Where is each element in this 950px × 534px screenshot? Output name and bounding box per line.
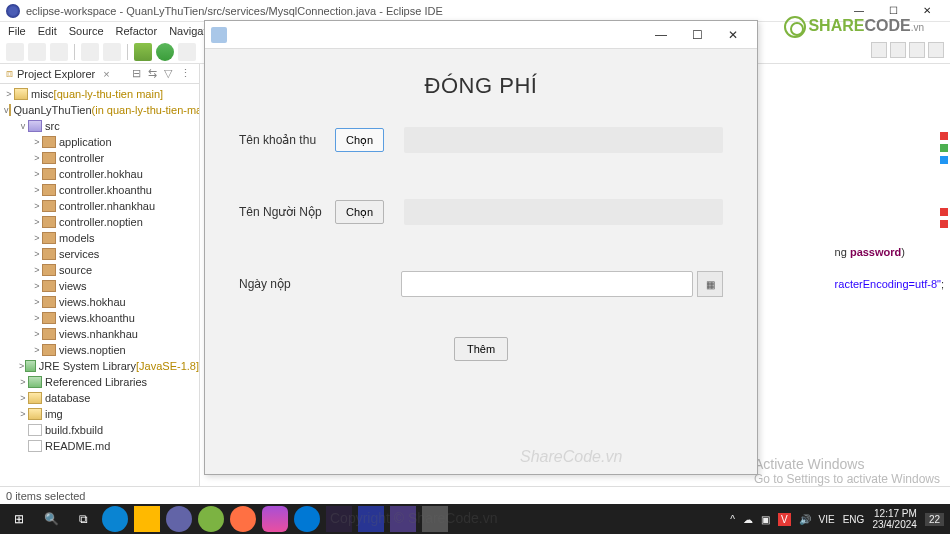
twisty-icon[interactable]: > xyxy=(32,281,42,291)
tray-lang-2[interactable]: ENG xyxy=(843,514,865,525)
tree-node[interactable]: >controller.nhankhau xyxy=(0,198,199,214)
dialog-maximize-button[interactable]: ☐ xyxy=(679,21,715,49)
project-explorer-title: Project Explorer xyxy=(17,68,95,80)
twisty-icon[interactable]: > xyxy=(18,377,28,387)
teams-icon[interactable] xyxy=(166,506,192,532)
java-perspective-icon[interactable] xyxy=(909,42,925,58)
collapse-all-icon[interactable]: ⊟ xyxy=(132,67,145,80)
project-tree[interactable]: >misc [quan-ly-thu-tien main]vQuanLyThuT… xyxy=(0,84,199,486)
debug-button[interactable] xyxy=(134,43,152,61)
tray-clock[interactable]: 12:17 PM 23/4/2024 xyxy=(872,508,917,530)
tree-node[interactable]: vsrc xyxy=(0,118,199,134)
filter-icon[interactable]: ▽ xyxy=(164,67,177,80)
tree-node[interactable]: >controller.noptien xyxy=(0,214,199,230)
tree-node[interactable]: >controller.hokhau xyxy=(0,166,199,182)
tree-node[interactable]: >Referenced Libraries xyxy=(0,374,199,390)
tray-vivaldi-icon[interactable]: V xyxy=(778,513,791,526)
tree-node[interactable]: >views xyxy=(0,278,199,294)
search-icon[interactable] xyxy=(871,42,887,58)
twisty-icon[interactable]: > xyxy=(32,169,42,179)
twisty-icon[interactable]: > xyxy=(4,89,14,99)
tree-node[interactable]: >views.khoanthu xyxy=(0,310,199,326)
tree-node[interactable]: >JRE System Library [JavaSE-1.8] xyxy=(0,358,199,374)
twisty-icon[interactable]: > xyxy=(18,393,28,403)
start-button[interactable]: ⊞ xyxy=(6,506,32,532)
redo-button[interactable] xyxy=(103,43,121,61)
tree-node[interactable]: >models xyxy=(0,230,199,246)
debug-perspective-icon[interactable] xyxy=(928,42,944,58)
twisty-icon[interactable]: > xyxy=(32,345,42,355)
app-icon-2[interactable] xyxy=(230,506,256,532)
error-marker-3[interactable] xyxy=(940,220,948,228)
search-button[interactable]: 🔍 xyxy=(38,506,64,532)
ok-marker[interactable] xyxy=(940,144,948,152)
app-icon-1[interactable] xyxy=(198,506,224,532)
tree-node[interactable]: build.fxbuild xyxy=(0,422,199,438)
tray-cloud-icon[interactable]: ☁ xyxy=(743,514,753,525)
tray-notifications-badge[interactable]: 22 xyxy=(925,513,944,526)
tree-node[interactable]: >img xyxy=(0,406,199,422)
run-button[interactable] xyxy=(156,43,174,61)
tree-node[interactable]: >application xyxy=(0,134,199,150)
tree-node[interactable]: vQuanLyThuTien (in quan-ly-thu-tien-mast… xyxy=(0,102,199,118)
twisty-icon[interactable]: > xyxy=(32,137,42,147)
tree-node[interactable]: >services xyxy=(0,246,199,262)
error-marker-2[interactable] xyxy=(940,208,948,216)
info-marker[interactable] xyxy=(940,156,948,164)
tree-node[interactable]: >views.noptien xyxy=(0,342,199,358)
error-marker[interactable] xyxy=(940,132,948,140)
twisty-icon[interactable]: > xyxy=(32,297,42,307)
choose-fee-button[interactable]: Chọn xyxy=(335,128,384,152)
new-button[interactable] xyxy=(6,43,24,61)
twisty-icon[interactable]: > xyxy=(32,329,42,339)
link-editor-icon[interactable]: ⇆ xyxy=(148,67,161,80)
pay-date-input[interactable] xyxy=(401,271,693,297)
choose-payer-button[interactable]: Chọn xyxy=(335,200,384,224)
undo-button[interactable] xyxy=(81,43,99,61)
add-button[interactable]: Thêm xyxy=(454,337,508,361)
twisty-icon[interactable]: v xyxy=(18,121,28,131)
dialog-minimize-button[interactable]: — xyxy=(643,21,679,49)
tree-node[interactable]: >misc [quan-ly-thu-tien main] xyxy=(0,86,199,102)
menu-refactor[interactable]: Refactor xyxy=(116,25,158,37)
open-perspective-icon[interactable] xyxy=(890,42,906,58)
messenger-icon[interactable] xyxy=(262,506,288,532)
tree-node[interactable]: README.md xyxy=(0,438,199,454)
twisty-icon[interactable]: > xyxy=(32,217,42,227)
tray-up-icon[interactable]: ^ xyxy=(730,514,735,525)
tree-node[interactable]: >controller.khoanthu xyxy=(0,182,199,198)
file-explorer-icon[interactable] xyxy=(134,506,160,532)
menu-source[interactable]: Source xyxy=(69,25,104,37)
project-explorer-tab[interactable]: ⧈ Project Explorer × ⊟ ⇆ ▽ ⋮ xyxy=(0,64,199,84)
twisty-icon[interactable]: > xyxy=(32,265,42,275)
tree-node[interactable]: >source xyxy=(0,262,199,278)
tree-node[interactable]: >database xyxy=(0,390,199,406)
calendar-icon[interactable]: ▦ xyxy=(697,271,723,297)
dialog-titlebar[interactable]: — ☐ ✕ xyxy=(205,21,757,49)
save-button[interactable] xyxy=(28,43,46,61)
twisty-icon[interactable]: > xyxy=(32,313,42,323)
twisty-icon[interactable]: > xyxy=(32,233,42,243)
tray-volume-icon[interactable]: 🔊 xyxy=(799,514,811,525)
twisty-icon[interactable]: > xyxy=(32,153,42,163)
external-tools-button[interactable] xyxy=(178,43,196,61)
dialog-close-button[interactable]: ✕ xyxy=(715,21,751,49)
twisty-icon[interactable]: > xyxy=(32,249,42,259)
tray-lang-1[interactable]: VIE xyxy=(819,514,835,525)
twisty-icon[interactable]: > xyxy=(32,201,42,211)
skype-icon[interactable] xyxy=(294,506,320,532)
tree-node[interactable]: >views.nhankhau xyxy=(0,326,199,342)
tray-battery-icon[interactable]: ▣ xyxy=(761,514,770,525)
twisty-icon[interactable]: > xyxy=(32,185,42,195)
menu-edit[interactable]: Edit xyxy=(38,25,57,37)
view-menu-icon[interactable]: ⋮ xyxy=(180,67,193,80)
menu-file[interactable]: File xyxy=(8,25,26,37)
task-view-button[interactable]: ⧉ xyxy=(70,506,96,532)
tree-node[interactable]: >controller xyxy=(0,150,199,166)
save-all-button[interactable] xyxy=(50,43,68,61)
twisty-icon[interactable]: > xyxy=(18,361,25,371)
twisty-icon[interactable]: > xyxy=(18,409,28,419)
close-view-icon[interactable]: × xyxy=(103,68,109,80)
tree-node[interactable]: >views.hokhau xyxy=(0,294,199,310)
edge-icon[interactable] xyxy=(102,506,128,532)
